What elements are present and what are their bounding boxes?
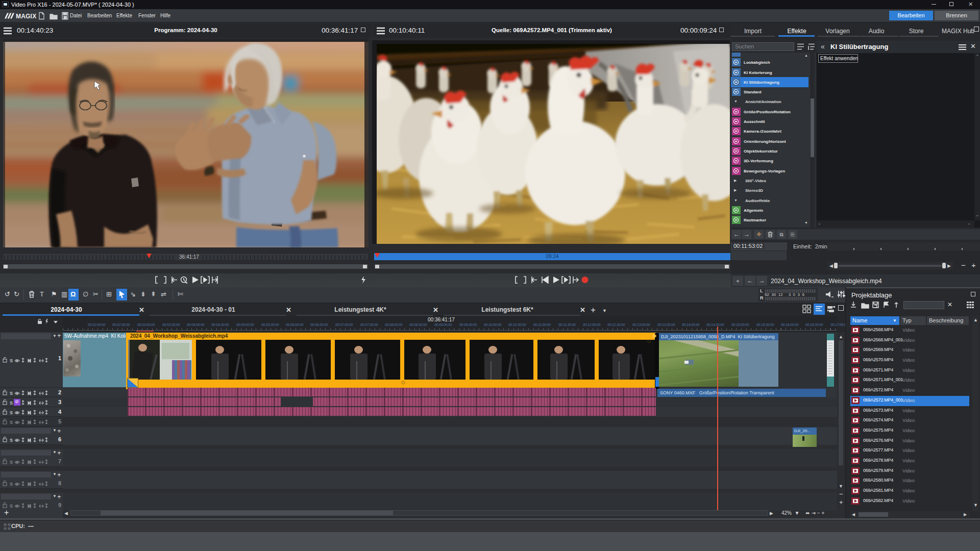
svg-text:S: S <box>10 504 13 509</box>
svg-text:S: S <box>10 438 13 443</box>
svg-text:S: S <box>10 391 13 396</box>
svg-text:S: S <box>10 400 13 406</box>
svg-text:MAGIX: MAGIX <box>16 13 36 19</box>
svg-text:S: S <box>10 358 13 363</box>
svg-text:S: S <box>10 482 13 487</box>
svg-text:S: S <box>10 410 13 415</box>
svg-text:S: S <box>10 420 13 425</box>
svg-text:S: S <box>10 460 13 465</box>
